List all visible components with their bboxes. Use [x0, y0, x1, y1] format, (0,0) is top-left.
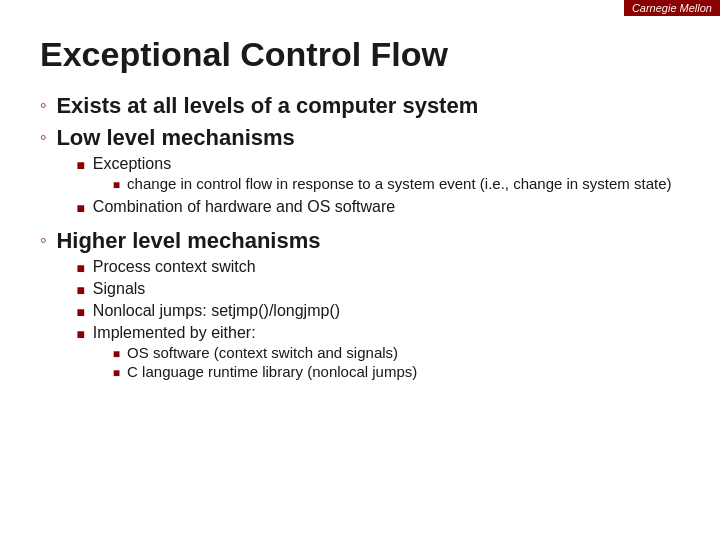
list-item: ■ Combination of hardware and OS softwar… — [76, 198, 671, 216]
sub-sub-list: ■ change in control flow in response to … — [113, 175, 672, 192]
list-item: ■ Process context switch — [76, 258, 417, 276]
sub-sub-list: ■ OS software (context switch and signal… — [113, 344, 417, 380]
list-item: ■ OS software (context switch and signal… — [113, 344, 417, 361]
sub-sub-bullet-icon: ■ — [113, 347, 120, 361]
bullet-content: Low level mechanisms ■ Exceptions ■ chan… — [56, 125, 671, 220]
main-content: Exceptional Control Flow ◦ Exists at all… — [0, 0, 720, 412]
bullet-label: Higher level mechanisms — [56, 228, 320, 253]
sub-list: ■ Exceptions ■ change in control flow in… — [76, 155, 671, 216]
sub-bullet-icon: ■ — [76, 157, 84, 173]
bullet-icon: ◦ — [40, 95, 46, 116]
sub-bullet-icon: ■ — [76, 260, 84, 276]
bullet-label: Low level mechanisms — [56, 125, 294, 150]
sub-label: Signals — [93, 280, 145, 298]
list-item: ■ Signals — [76, 280, 417, 298]
list-item: ■ C language runtime library (nonlocal j… — [113, 363, 417, 380]
sub-label: Implemented by either: — [93, 324, 256, 341]
list-item: ■ Nonlocal jumps: setjmp()/longjmp() — [76, 302, 417, 320]
logo-text: Carnegie Mellon — [632, 2, 712, 14]
bullet-content: Higher level mechanisms ■ Process contex… — [56, 228, 417, 386]
sub-content: Exceptions ■ change in control flow in r… — [93, 155, 672, 194]
list-item: ◦ Higher level mechanisms ■ Process cont… — [40, 228, 680, 386]
page-title: Exceptional Control Flow — [40, 36, 680, 73]
sub-sub-label: C language runtime library (nonlocal jum… — [127, 363, 417, 380]
bullet-icon: ◦ — [40, 127, 46, 148]
sub-bullet-icon: ■ — [76, 282, 84, 298]
list-item: ■ Implemented by either: ■ OS software (… — [76, 324, 417, 382]
list-item: ◦ Exists at all levels of a computer sys… — [40, 93, 680, 119]
sub-label: Exceptions — [93, 155, 171, 172]
sub-sub-bullet-icon: ■ — [113, 366, 120, 380]
carnegie-mellon-logo: Carnegie Mellon — [624, 0, 720, 16]
sub-sub-label: OS software (context switch and signals) — [127, 344, 398, 361]
sub-bullet-icon: ■ — [76, 304, 84, 320]
list-item: ■ change in control flow in response to … — [113, 175, 672, 192]
bullet-icon: ◦ — [40, 230, 46, 251]
main-bullet-list: ◦ Exists at all levels of a computer sys… — [40, 93, 680, 386]
sub-label: Process context switch — [93, 258, 256, 276]
list-item: ■ Exceptions ■ change in control flow in… — [76, 155, 671, 194]
sub-content: Implemented by either: ■ OS software (co… — [93, 324, 417, 382]
sub-bullet-icon: ■ — [76, 200, 84, 216]
sub-list: ■ Process context switch ■ Signals ■ Non… — [76, 258, 417, 382]
sub-sub-label: change in control flow in response to a … — [127, 175, 671, 192]
sub-label: Nonlocal jumps: setjmp()/longjmp() — [93, 302, 340, 320]
bullet-label: Exists at all levels of a computer syste… — [56, 93, 478, 119]
sub-label: Combination of hardware and OS software — [93, 198, 395, 216]
list-item: ◦ Low level mechanisms ■ Exceptions ■ ch… — [40, 125, 680, 220]
sub-sub-bullet-icon: ■ — [113, 178, 120, 192]
sub-bullet-icon: ■ — [76, 326, 84, 342]
